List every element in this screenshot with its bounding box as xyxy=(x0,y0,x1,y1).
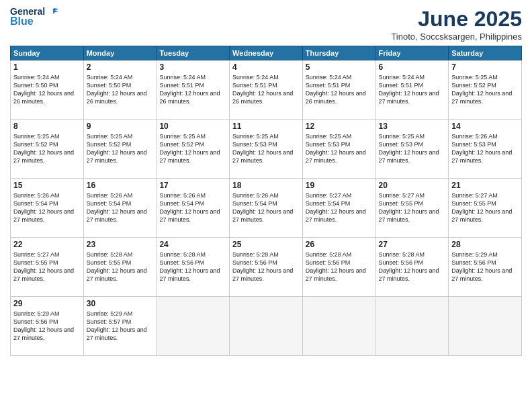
day-number: 26 xyxy=(306,240,373,249)
day-info: Sunrise: 5:24 AMSunset: 5:51 PMDaylight:… xyxy=(306,73,373,106)
day-info: Sunrise: 5:28 AMSunset: 5:56 PMDaylight:… xyxy=(379,250,446,283)
day-number: 17 xyxy=(159,181,226,190)
table-row: 6Sunrise: 5:24 AMSunset: 5:51 PMDaylight… xyxy=(375,60,449,120)
col-thursday: Thursday xyxy=(302,46,375,60)
day-info: Sunrise: 5:27 AMSunset: 5:55 PMDaylight:… xyxy=(13,250,81,283)
day-number: 30 xyxy=(87,299,154,308)
table-row: 1Sunrise: 5:24 AMSunset: 5:50 PMDaylight… xyxy=(11,60,84,120)
calendar-table: Sunday Monday Tuesday Wednesday Thursday… xyxy=(10,46,522,356)
calendar-header-row: Sunday Monday Tuesday Wednesday Thursday… xyxy=(11,46,522,60)
day-number: 24 xyxy=(159,240,226,249)
day-info: Sunrise: 5:25 AMSunset: 5:53 PMDaylight:… xyxy=(232,132,300,165)
table-row: 8Sunrise: 5:25 AMSunset: 5:52 PMDaylight… xyxy=(11,120,84,179)
col-monday: Monday xyxy=(83,46,157,60)
table-row: 7Sunrise: 5:25 AMSunset: 5:52 PMDaylight… xyxy=(449,60,522,120)
day-number: 16 xyxy=(87,181,154,190)
day-number: 28 xyxy=(451,240,519,249)
day-info: Sunrise: 5:28 AMSunset: 5:56 PMDaylight:… xyxy=(306,250,373,283)
table-row xyxy=(302,297,375,356)
page: General Blue June 2025 Tinoto, Soccsksar… xyxy=(0,0,532,411)
day-number: 18 xyxy=(232,181,300,190)
table-row: 12Sunrise: 5:25 AMSunset: 5:53 PMDayligh… xyxy=(302,120,375,179)
day-number: 8 xyxy=(13,122,81,131)
header: General Blue June 2025 Tinoto, Soccsksar… xyxy=(10,7,522,42)
day-number: 3 xyxy=(159,62,226,72)
table-row: 4Sunrise: 5:24 AMSunset: 5:51 PMDaylight… xyxy=(230,60,303,120)
table-row: 28Sunrise: 5:29 AMSunset: 5:56 PMDayligh… xyxy=(449,238,522,297)
day-info: Sunrise: 5:28 AMSunset: 5:56 PMDaylight:… xyxy=(159,250,226,283)
day-info: Sunrise: 5:24 AMSunset: 5:51 PMDaylight:… xyxy=(379,73,446,106)
table-row: 3Sunrise: 5:24 AMSunset: 5:51 PMDaylight… xyxy=(157,60,230,120)
table-row: 9Sunrise: 5:25 AMSunset: 5:52 PMDaylight… xyxy=(83,120,157,179)
day-number: 11 xyxy=(232,122,300,131)
calendar-week-row: 1Sunrise: 5:24 AMSunset: 5:50 PMDaylight… xyxy=(11,60,522,120)
table-row: 16Sunrise: 5:26 AMSunset: 5:54 PMDayligh… xyxy=(83,179,157,238)
day-info: Sunrise: 5:26 AMSunset: 5:54 PMDaylight:… xyxy=(13,191,81,224)
col-wednesday: Wednesday xyxy=(230,46,303,60)
calendar-week-row: 22Sunrise: 5:27 AMSunset: 5:55 PMDayligh… xyxy=(11,238,522,297)
day-info: Sunrise: 5:27 AMSunset: 5:55 PMDaylight:… xyxy=(379,191,446,224)
table-row: 13Sunrise: 5:25 AMSunset: 5:53 PMDayligh… xyxy=(375,120,449,179)
subtitle: Tinoto, Soccsksargen, Philippines xyxy=(391,32,522,42)
day-info: Sunrise: 5:28 AMSunset: 5:55 PMDaylight:… xyxy=(87,250,154,283)
table-row: 29Sunrise: 5:29 AMSunset: 5:56 PMDayligh… xyxy=(11,297,84,356)
table-row: 20Sunrise: 5:27 AMSunset: 5:55 PMDayligh… xyxy=(375,179,449,238)
day-info: Sunrise: 5:24 AMSunset: 5:51 PMDaylight:… xyxy=(159,73,226,106)
day-number: 4 xyxy=(232,62,300,72)
day-info: Sunrise: 5:24 AMSunset: 5:51 PMDaylight:… xyxy=(232,73,300,106)
table-row: 22Sunrise: 5:27 AMSunset: 5:55 PMDayligh… xyxy=(11,238,84,297)
col-saturday: Saturday xyxy=(449,46,522,60)
calendar-week-row: 15Sunrise: 5:26 AMSunset: 5:54 PMDayligh… xyxy=(11,179,522,238)
table-row: 21Sunrise: 5:27 AMSunset: 5:55 PMDayligh… xyxy=(449,179,522,238)
day-number: 10 xyxy=(159,122,226,131)
table-row xyxy=(449,297,522,356)
day-number: 7 xyxy=(451,62,519,72)
day-number: 9 xyxy=(87,122,154,131)
table-row: 17Sunrise: 5:26 AMSunset: 5:54 PMDayligh… xyxy=(157,179,230,238)
table-row: 11Sunrise: 5:25 AMSunset: 5:53 PMDayligh… xyxy=(230,120,303,179)
day-info: Sunrise: 5:25 AMSunset: 5:53 PMDaylight:… xyxy=(306,132,373,165)
table-row: 18Sunrise: 5:26 AMSunset: 5:54 PMDayligh… xyxy=(230,179,303,238)
table-row: 26Sunrise: 5:28 AMSunset: 5:56 PMDayligh… xyxy=(302,238,375,297)
logo-blue: Blue xyxy=(10,15,34,28)
day-info: Sunrise: 5:29 AMSunset: 5:56 PMDaylight:… xyxy=(451,250,519,283)
table-row: 5Sunrise: 5:24 AMSunset: 5:51 PMDaylight… xyxy=(302,60,375,120)
day-number: 14 xyxy=(451,122,519,131)
day-info: Sunrise: 5:27 AMSunset: 5:55 PMDaylight:… xyxy=(451,191,519,224)
table-row: 27Sunrise: 5:28 AMSunset: 5:56 PMDayligh… xyxy=(375,238,449,297)
calendar-week-row: 29Sunrise: 5:29 AMSunset: 5:56 PMDayligh… xyxy=(11,297,522,356)
day-info: Sunrise: 5:26 AMSunset: 5:54 PMDaylight:… xyxy=(232,191,300,224)
table-row: 15Sunrise: 5:26 AMSunset: 5:54 PMDayligh… xyxy=(11,179,84,238)
col-sunday: Sunday xyxy=(11,46,84,60)
day-info: Sunrise: 5:25 AMSunset: 5:52 PMDaylight:… xyxy=(87,132,154,165)
day-number: 25 xyxy=(232,240,300,249)
day-info: Sunrise: 5:25 AMSunset: 5:52 PMDaylight:… xyxy=(159,132,226,165)
day-info: Sunrise: 5:24 AMSunset: 5:50 PMDaylight:… xyxy=(13,73,81,106)
table-row: 24Sunrise: 5:28 AMSunset: 5:56 PMDayligh… xyxy=(157,238,230,297)
table-row: 23Sunrise: 5:28 AMSunset: 5:55 PMDayligh… xyxy=(83,238,157,297)
day-number: 22 xyxy=(13,240,81,249)
table-row: 25Sunrise: 5:28 AMSunset: 5:56 PMDayligh… xyxy=(230,238,303,297)
day-info: Sunrise: 5:29 AMSunset: 5:57 PMDaylight:… xyxy=(87,310,154,342)
day-info: Sunrise: 5:26 AMSunset: 5:54 PMDaylight:… xyxy=(87,191,154,224)
col-tuesday: Tuesday xyxy=(157,46,230,60)
col-friday: Friday xyxy=(375,46,449,60)
table-row: 30Sunrise: 5:29 AMSunset: 5:57 PMDayligh… xyxy=(83,297,157,356)
day-info: Sunrise: 5:29 AMSunset: 5:56 PMDaylight:… xyxy=(13,310,81,342)
calendar-week-row: 8Sunrise: 5:25 AMSunset: 5:52 PMDaylight… xyxy=(11,120,522,179)
day-number: 1 xyxy=(13,62,81,72)
day-number: 21 xyxy=(451,181,519,190)
logo-bird-icon xyxy=(46,7,60,17)
day-info: Sunrise: 5:25 AMSunset: 5:52 PMDaylight:… xyxy=(13,132,81,165)
day-number: 20 xyxy=(379,181,446,190)
day-number: 23 xyxy=(87,240,154,249)
day-number: 15 xyxy=(13,181,81,190)
day-number: 5 xyxy=(306,62,373,72)
day-number: 19 xyxy=(306,181,373,190)
logo: General Blue xyxy=(10,7,60,28)
table-row xyxy=(375,297,449,356)
table-row: 10Sunrise: 5:25 AMSunset: 5:52 PMDayligh… xyxy=(157,120,230,179)
day-info: Sunrise: 5:26 AMSunset: 5:53 PMDaylight:… xyxy=(451,132,519,165)
day-info: Sunrise: 5:28 AMSunset: 5:56 PMDaylight:… xyxy=(232,250,300,283)
day-number: 12 xyxy=(306,122,373,131)
